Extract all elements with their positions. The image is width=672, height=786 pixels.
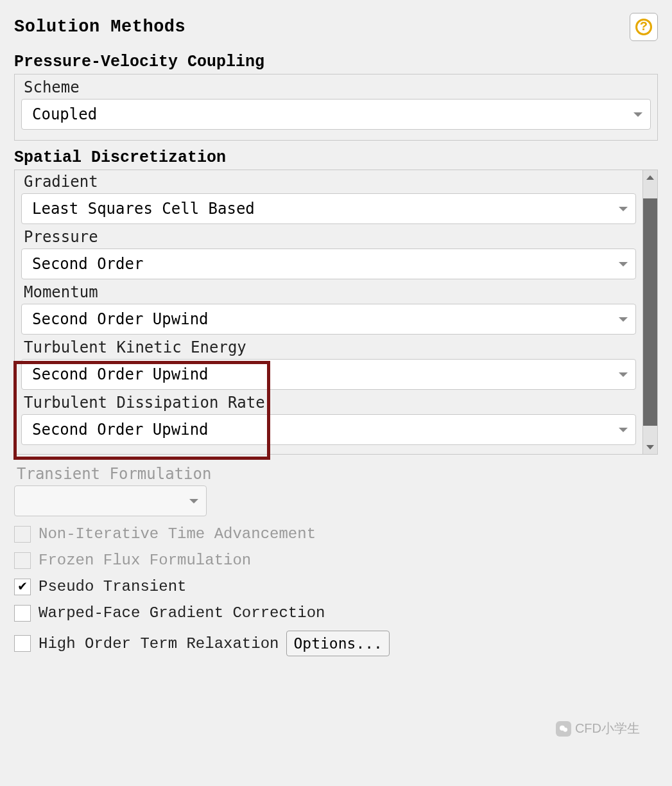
frozen-flux-checkbox: ✔ xyxy=(14,552,31,569)
pvc-section-title: Pressure-Velocity Coupling xyxy=(14,53,658,71)
pressure-dropdown[interactable]: Second Order xyxy=(21,249,636,279)
solution-methods-panel: Solution Methods ? Pressure-Velocity Cou… xyxy=(0,0,672,678)
watermark-text: CFD小学生 xyxy=(575,720,640,737)
help-button[interactable]: ? xyxy=(630,13,658,41)
spatial-group: Gradient Least Squares Cell Based Pressu… xyxy=(14,170,658,455)
scheme-value: Coupled xyxy=(32,105,97,123)
chevron-down-icon xyxy=(619,317,628,322)
warped-face-row: ✔ Warped-Face Gradient Correction xyxy=(14,604,658,622)
header-row: Solution Methods ? xyxy=(14,13,658,41)
scheme-dropdown[interactable]: Coupled xyxy=(21,99,651,130)
spatial-scrollbar[interactable] xyxy=(642,170,658,455)
chevron-down-icon xyxy=(619,207,628,211)
transient-dropdown xyxy=(14,485,207,516)
pseudo-transient-label: Pseudo Transient xyxy=(39,578,186,595)
momentum-value: Second Order Upwind xyxy=(32,310,209,328)
non-iterative-checkbox: ✔ xyxy=(14,526,31,543)
momentum-label: Momentum xyxy=(24,283,636,301)
tke-label: Turbulent Kinetic Energy xyxy=(24,338,636,356)
help-icon: ? xyxy=(635,19,652,35)
pressure-label: Pressure xyxy=(24,228,636,246)
pressure-value: Second Order xyxy=(32,255,143,273)
high-order-row: ✔ High Order Term Relaxation Options... xyxy=(14,631,658,656)
tdr-dropdown[interactable]: Second Order Upwind xyxy=(21,414,636,445)
pseudo-transient-checkbox[interactable]: ✔ xyxy=(14,579,31,595)
gradient-dropdown[interactable]: Least Squares Cell Based xyxy=(21,193,636,224)
chevron-down-icon xyxy=(619,372,628,377)
non-iterative-label: Non-Iterative Time Advancement xyxy=(39,525,316,543)
pvc-group: Scheme Coupled xyxy=(14,74,658,141)
chevron-down-icon xyxy=(633,112,642,117)
high-order-checkbox[interactable]: ✔ xyxy=(14,635,31,652)
scroll-up-icon[interactable] xyxy=(643,170,657,184)
chevron-down-icon xyxy=(189,499,198,503)
tke-dropdown[interactable]: Second Order Upwind xyxy=(21,359,636,390)
high-order-label: High Order Term Relaxation xyxy=(39,635,279,652)
tdr-value: Second Order Upwind xyxy=(32,421,209,439)
gradient-value: Least Squares Cell Based xyxy=(32,200,255,218)
gradient-label: Gradient xyxy=(24,173,636,191)
momentum-dropdown[interactable]: Second Order Upwind xyxy=(21,304,636,335)
non-iterative-row: ✔ Non-Iterative Time Advancement xyxy=(14,525,658,543)
warped-face-label: Warped-Face Gradient Correction xyxy=(39,604,325,622)
scroll-thumb[interactable] xyxy=(643,198,657,426)
check-icon: ✔ xyxy=(18,580,26,594)
options-button[interactable]: Options... xyxy=(286,631,389,656)
wechat-icon xyxy=(556,721,571,737)
frozen-flux-row: ✔ Frozen Flux Formulation xyxy=(14,552,658,569)
frozen-flux-label: Frozen Flux Formulation xyxy=(39,552,251,569)
scheme-label: Scheme xyxy=(24,78,651,96)
watermark: CFD小学生 xyxy=(556,720,640,737)
transient-label: Transient Formulation xyxy=(17,465,658,483)
warped-face-checkbox[interactable]: ✔ xyxy=(14,605,31,622)
page-title: Solution Methods xyxy=(14,17,185,37)
svg-point-1 xyxy=(563,728,567,732)
tdr-label: Turbulent Dissipation Rate xyxy=(24,394,636,412)
chevron-down-icon xyxy=(619,428,628,432)
tke-value: Second Order Upwind xyxy=(32,365,209,383)
spatial-section-title: Spatial Discretization xyxy=(14,148,658,167)
scroll-down-icon[interactable] xyxy=(643,440,657,454)
chevron-down-icon xyxy=(619,262,628,266)
pseudo-transient-row: ✔ Pseudo Transient xyxy=(14,578,658,595)
